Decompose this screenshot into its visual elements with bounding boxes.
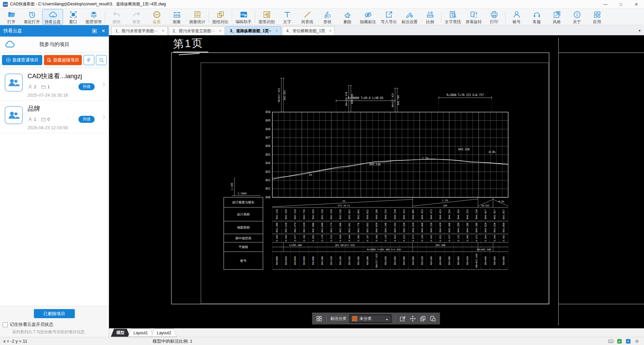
upgrade-badge[interactable]: 升级	[78, 116, 95, 123]
project-meta: 1 0 升级	[28, 116, 104, 123]
undo-icon	[112, 10, 121, 19]
svg-text:K0+060: K0+060	[303, 256, 306, 265]
svg-text:842.139: 842.139	[276, 209, 278, 219]
edit-annotation-icon[interactable]	[399, 315, 406, 322]
toolbar-label-recent-open: 最近打开	[24, 19, 40, 25]
model-tab-layout2[interactable]: Layout2	[151, 329, 177, 337]
document-tab-3[interactable]: 3、道路纵断面图_1页·· ×	[226, 26, 281, 35]
minimize-button[interactable]: —	[598, 0, 613, 8]
toolbar-button-layer-manage[interactable]: 图层管理	[83, 9, 104, 24]
toolbar-button-print[interactable]: 打印	[484, 9, 504, 24]
annotation-category-dropdown[interactable]: 未分类	[350, 314, 391, 323]
model-tab-layout1[interactable]: Layout1	[128, 329, 154, 337]
blue-badge-icon[interactable]: P	[625, 338, 631, 344]
toolbar-button-shape-recognize[interactable]: 图形识别	[256, 9, 277, 24]
document-tab-4[interactable]: 4、管位横断面图_1页 ×	[282, 26, 335, 35]
toolbar-button-measure-stats[interactable]: 测量统计	[187, 9, 208, 24]
search-projects-button[interactable]	[96, 55, 107, 65]
toolbar-button-shapes[interactable]: 形状	[317, 9, 337, 24]
cloud-icon	[49, 10, 57, 19]
panel-close-icon[interactable]: ✕	[101, 28, 105, 34]
document-tab-2[interactable]: 2、雨污水管道立面图··· ×	[169, 26, 225, 35]
toolbar-separator	[232, 11, 232, 23]
toolbar-button-style[interactable]: 风格	[547, 9, 567, 24]
document-add-icon	[46, 57, 52, 63]
svg-text:842.339: 842.339	[285, 209, 287, 219]
tab-close-icon[interactable]: ×	[219, 29, 221, 33]
project-list-item[interactable]: 品牌 1 0 升级 2025-04-23 12:03:55	[0, 101, 109, 133]
toolbar-button-drawing-compare[interactable]: 图纸对比	[210, 9, 231, 24]
toolbar-button-recent-open[interactable]: 最近打开	[21, 9, 42, 24]
model-tab-模型[interactable]: 模型	[111, 329, 130, 337]
tab-close-icon[interactable]: ×	[275, 29, 278, 33]
keyboard-icon[interactable]	[608, 338, 614, 344]
toolbar-button-about[interactable]: 关于	[567, 9, 587, 24]
project-list-item[interactable]: CAD快速看...iangzj 2 1 升级 2025-07-24 16:35:…	[0, 68, 109, 101]
remember-state-checkbox[interactable]	[3, 322, 8, 327]
toolbar-button-account[interactable]: 账号	[506, 9, 527, 24]
deleted-projects-button[interactable]: 已删除项目	[34, 309, 75, 318]
toolbar-button-edit-assistant[interactable]: CAD 编辑助手	[233, 9, 254, 24]
svg-text:K0+180: K0+180	[357, 256, 360, 265]
tab-close-icon[interactable]: ×	[162, 29, 164, 33]
file-count: 0	[47, 117, 50, 122]
toolbar-button-text[interactable]: 文字	[277, 9, 297, 24]
pin-panel-icon[interactable]	[92, 28, 97, 34]
toolbar-button-redo[interactable]: 恢复	[126, 9, 147, 24]
toolbar-button-apps[interactable]: 应用	[587, 9, 607, 24]
svg-text:CAD: CAD	[240, 13, 245, 16]
maximize-button[interactable]: □	[613, 0, 629, 8]
svg-text:842.479: 842.479	[294, 223, 297, 233]
toolbar-button-open[interactable]: 打开	[1, 9, 21, 24]
page-title-annotation: 第1页	[173, 36, 208, 55]
svg-text:844.320: 844.320	[394, 209, 396, 219]
project-list-hint: 该列表列出了与您的账号关联的项目信息	[12, 329, 109, 335]
vip-icon: VIP	[153, 10, 161, 19]
toolbar-button-screen-rotate[interactable]: 屏幕旋转	[463, 9, 484, 24]
toolbar-separator	[441, 11, 441, 23]
tab-list-dropdown-button[interactable]: ▼	[635, 26, 644, 35]
paste-annotation-icon[interactable]	[429, 315, 436, 322]
green-check-icon[interactable]	[616, 338, 623, 344]
new-normal-project-button[interactable]: 新建普通项目	[2, 55, 42, 65]
svg-text:1.2%: 1.2%	[422, 157, 428, 160]
document-tab-1[interactable]: 1、雨污水管道平面图··· ×	[111, 26, 168, 35]
toolbar-button-undo[interactable]: 撤销	[106, 9, 126, 24]
recent-icon	[28, 10, 36, 19]
toolbar-button-draw-line[interactable]: 画直线	[297, 9, 317, 24]
toolbar-label-layer-manage: 图层管理	[86, 19, 102, 25]
shapes-icon	[323, 10, 332, 19]
toolbar-button-import-export[interactable]: 导入导出	[378, 9, 399, 24]
close-button[interactable]: ✕	[629, 0, 644, 8]
document-tab-label: 2、雨污水管道立面图···	[173, 28, 215, 34]
move-annotation-icon[interactable]	[409, 315, 416, 322]
member-count: 2	[34, 84, 36, 89]
svg-text:843.536: 843.536	[339, 209, 342, 219]
new-super-project-button[interactable]: 新建超级项目	[44, 55, 82, 65]
svg-text:K0+159.470: K0+159.470	[345, 92, 348, 106]
toolbar-button-delete[interactable]: 删除	[337, 9, 358, 24]
cursor-coordinates: x = -2 y = 11	[3, 339, 27, 344]
annotation-grid-icon[interactable]	[316, 315, 323, 322]
toolbar-button-scale[interactable]: A:B 比例	[420, 9, 440, 24]
toolbar-button-text-search[interactable]: A 文字查找	[442, 9, 463, 24]
toolbar-button-support[interactable]: 客服	[527, 9, 547, 24]
svg-text:路中填挖高: 路中填挖高	[235, 236, 252, 240]
svg-text:JD1 K0+217.425: JD1 K0+217.425	[335, 244, 355, 247]
toolbar-label-undo: 撤销	[112, 19, 120, 25]
toolbar-button-cloud-drive[interactable]: 快看云盘	[42, 9, 63, 24]
gear-icon[interactable]	[634, 338, 640, 344]
toolbar-label-delete: 删除	[343, 19, 352, 25]
copy-annotation-icon[interactable]	[419, 315, 426, 322]
refresh-projects-button[interactable]	[84, 55, 94, 65]
tab-close-icon[interactable]: ×	[329, 29, 331, 33]
toolbar-button-vip[interactable]: VIP 会员	[147, 9, 167, 24]
upgrade-badge[interactable]: 升级	[78, 83, 95, 90]
toolbar-button-hide-annotation[interactable]: 隐藏标注	[358, 9, 378, 24]
toolbar-button-window[interactable]: 窗口	[63, 9, 83, 24]
document-tab-label: 3、道路纵断面图_1页··	[230, 28, 271, 34]
toolbar-button-measure[interactable]: 测量	[167, 9, 187, 24]
toolbar-button-annotation-settings[interactable]: 标注设置	[399, 9, 420, 24]
cad-drawing-canvas[interactable]: 8508498488478468458448438428418401:1001:…	[109, 35, 644, 328]
project-name: 品牌	[28, 104, 104, 113]
